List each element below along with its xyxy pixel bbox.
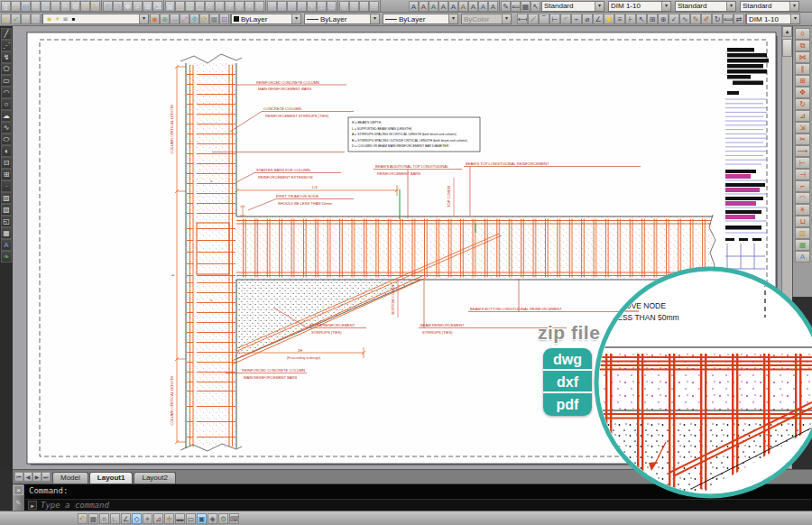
dyn-toggle[interactable]: ✛ — [164, 513, 174, 524]
properties-icon[interactable]: ▣ — [165, 1, 175, 12]
tolerance-icon[interactable]: ⊞ — [647, 14, 658, 24]
ordinate-icon[interactable]: ⊢ — [549, 14, 560, 24]
clean-screen-icon[interactable]: ⌲ — [349, 1, 359, 12]
radius-icon[interactable]: ◜ — [560, 14, 571, 24]
ortho-toggle[interactable]: ∟ — [110, 513, 120, 524]
mtext-icon[interactable]: A — [409, 1, 419, 12]
quick-dimension-icon[interactable]: ⚡ — [604, 14, 614, 24]
redo-icon[interactable]: ↷ — [113, 1, 123, 12]
jogged-icon[interactable]: ⌁ — [571, 14, 582, 24]
offset-icon[interactable]: ∥ — [795, 63, 810, 75]
style-a-icon[interactable]: ⊨ — [287, 1, 297, 12]
add-object-icon[interactable]: ⊕ — [160, 14, 170, 24]
polygon-icon[interactable]: ⬠ — [1, 63, 12, 75]
style-c-icon[interactable]: ✦ — [307, 1, 317, 12]
scroll-down-icon[interactable]: ▼ — [782, 458, 792, 469]
line-icon[interactable]: ╱ — [1, 28, 12, 40]
table-tool-icon[interactable]: ▦ — [1, 227, 12, 239]
named-views-icon[interactable]: ◇ — [254, 1, 264, 12]
close-icon[interactable]: × — [14, 485, 23, 495]
match-properties-icon[interactable]: ✎ — [90, 1, 100, 12]
dxf-button[interactable]: dxf — [543, 371, 592, 393]
layer-combo[interactable]: ◉☀⊠■ ▾ — [42, 14, 149, 24]
model-toggle[interactable]: ▣ — [197, 513, 207, 524]
move-icon[interactable]: ✥ — [795, 87, 810, 98]
layer-previous-icon[interactable]: ↩ — [21, 14, 31, 24]
refresh-icon[interactable]: ⟳ — [235, 1, 245, 12]
layer-states-manager-icon[interactable]: ◧ — [31, 14, 41, 24]
drawing-viewport[interactable]: COLUMN CRITICAL LENGTH COLUMN CRITICAL L… — [13, 26, 781, 469]
color-control-icon[interactable]: ◉ — [150, 14, 160, 24]
units-icon[interactable]: ⌑ — [369, 1, 379, 12]
open-icon[interactable]: ⌂ — [11, 1, 21, 12]
vertical-scrollbar[interactable]: ▲ ▼ — [781, 26, 792, 469]
zoom-previous-icon[interactable]: ⌫ — [152, 1, 162, 12]
text-style-combo[interactable]: Standard ▾ — [541, 1, 604, 12]
dim-update-icon[interactable]: ↻ — [712, 14, 723, 24]
lwt-toggle[interactable]: ▬ — [175, 513, 185, 524]
spell-icon[interactable]: A — [448, 1, 458, 12]
dim-style-combo-2[interactable]: DIM 1-10 ▾ — [746, 14, 800, 24]
fillet-icon[interactable]: ◠ — [795, 192, 810, 204]
angular-icon[interactable]: ∠ — [593, 14, 604, 24]
customize-icon[interactable]: ✎ — [14, 499, 23, 509]
help-icon[interactable]: ? — [225, 1, 235, 12]
tpy-toggle[interactable]: ▭ — [186, 513, 196, 524]
join-icon[interactable]: ⊔ — [795, 216, 810, 227]
dim-style-combo[interactable]: DIM 1-10 ▾ — [608, 1, 671, 12]
layer-states-icon[interactable]: ⌐ — [267, 1, 277, 12]
text-icon[interactable]: A — [795, 251, 810, 262]
chevron-down-icon[interactable]: ▾ — [139, 14, 148, 23]
scroll-up-icon[interactable]: ▲ — [782, 26, 792, 37]
spline-icon[interactable]: ∿ — [1, 122, 12, 134]
hatch-tool-icon[interactable]: ▨ — [1, 192, 12, 204]
extend-icon[interactable]: ⟿ — [795, 145, 810, 157]
lineweight-combo[interactable]: ByLayer ▾ — [383, 14, 458, 24]
dim-text-edit-icon[interactable]: ✐ — [701, 14, 712, 24]
move-obj-icon[interactable]: ✥ — [189, 14, 199, 24]
convert-text-icon[interactable]: A — [478, 1, 488, 12]
autoscale-toggle[interactable]: ⚙ — [218, 513, 228, 524]
text-frame-icon[interactable]: A — [488, 1, 498, 12]
chevron-down-icon[interactable]: ▾ — [726, 2, 735, 11]
block-icon[interactable]: ⊡ — [219, 14, 229, 24]
dim-style-icon[interactable]: ⟺ — [723, 14, 734, 24]
osnap-toggle[interactable]: ◇ — [132, 513, 142, 524]
tab-next-icon[interactable]: ▶ — [32, 472, 42, 482]
dwg-button[interactable]: dwg — [543, 348, 592, 371]
undo-status-icon[interactable]: ↶ — [78, 513, 88, 524]
chevron-down-icon[interactable]: ▾ — [502, 14, 511, 23]
break-at-point-icon[interactable]: ⊢ — [795, 157, 810, 169]
annotation-icon[interactable]: R — [277, 1, 287, 12]
command-input[interactable]: Type a command — [41, 501, 109, 510]
chevron-down-icon[interactable]: ▾ — [789, 2, 798, 11]
style-e-icon[interactable]: ⊿ — [327, 1, 337, 12]
make-block-icon[interactable]: ⊞ — [1, 169, 12, 180]
tool-palettes-icon[interactable]: ▥ — [185, 1, 195, 12]
chevron-down-icon[interactable]: ▾ — [595, 2, 604, 11]
plant-icon[interactable]: ❧ — [1, 251, 12, 262]
justify-text-icon[interactable]: A — [468, 1, 478, 12]
linetype-combo[interactable]: ByLayer ▾ — [304, 14, 380, 24]
color-combo[interactable]: ByLayer ▾ — [231, 14, 301, 24]
arc-length-icon[interactable]: ⌒ — [539, 14, 549, 24]
layer-properties-icon[interactable]: ≣ — [1, 14, 11, 24]
explode-icon[interactable]: ✳ — [795, 204, 810, 216]
jog-line-icon[interactable]: ∿ — [679, 14, 690, 24]
plot-preview-icon[interactable]: ◫ — [41, 1, 51, 12]
command-window-grip[interactable]: × ✎ — [13, 484, 24, 511]
dim-edit-icon[interactable]: ✎ — [690, 14, 701, 24]
break-icon[interactable]: ⊣ — [795, 169, 810, 180]
inspect-icon[interactable]: ✓ — [669, 14, 679, 24]
arc-icon[interactable]: ◠ — [1, 87, 12, 98]
chevron-down-icon[interactable]: ▾ — [370, 14, 379, 23]
tab-last-icon[interactable]: ⏭ — [42, 472, 51, 482]
save-icon[interactable]: ▤ — [21, 1, 31, 12]
distribute-icon[interactable]: ⤢ — [180, 14, 189, 24]
insert-block-icon[interactable]: ⊡ — [1, 157, 12, 169]
chevron-down-icon[interactable]: ▾ — [448, 14, 457, 23]
polyline-icon[interactable]: ↯ — [1, 51, 12, 63]
tab-layout2[interactable]: Layout2 — [134, 472, 175, 484]
chevron-down-icon[interactable]: ▾ — [661, 2, 670, 11]
revcloud-icon[interactable]: ☁ — [1, 110, 12, 122]
